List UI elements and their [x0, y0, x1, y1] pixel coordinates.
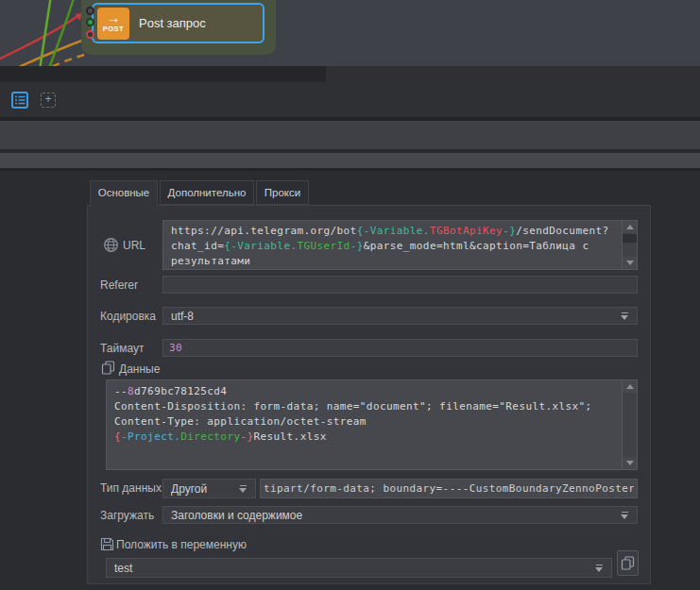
add-action-button[interactable]: +	[41, 93, 56, 108]
data-type-input[interactable]	[260, 479, 638, 498]
copy-pages-icon	[101, 361, 115, 375]
tab-basic[interactable]: Основные	[90, 180, 158, 207]
scroll-up-button[interactable]	[623, 380, 637, 393]
copy-pages-icon	[621, 556, 635, 570]
url-scrollbar[interactable]	[622, 221, 637, 269]
scroll-down-button[interactable]	[623, 457, 637, 469]
encoding-label: Кодировка	[100, 310, 156, 323]
referer-input[interactable]	[162, 276, 638, 294]
url-value: https://api.telegram.org/bot{-Variable.T…	[171, 224, 620, 269]
list-view-button[interactable]	[11, 92, 28, 109]
splitter-band	[0, 153, 700, 168]
data-scrollbar[interactable]	[622, 380, 637, 469]
flow-node-post-request[interactable]: → POST Post запрос	[92, 3, 265, 43]
encoding-select[interactable]: utf-8	[162, 307, 638, 325]
load-mode-select[interactable]: Заголовки и содержимое	[162, 506, 638, 524]
timeout-input[interactable]	[162, 339, 638, 357]
scroll-thumb[interactable]	[623, 234, 637, 243]
tab-proxy[interactable]: Прокси	[256, 180, 309, 205]
node-connector-error[interactable]	[86, 30, 94, 39]
output-variable-label: Положить в переменную	[116, 538, 247, 551]
scroll-down-button[interactable]	[623, 257, 637, 269]
chevron-down-icon	[239, 485, 248, 493]
url-field[interactable]: https://api.telegram.org/bot{-Variable.T…	[162, 220, 638, 270]
chevron-down-icon	[595, 565, 604, 572]
globe-www-icon	[103, 237, 119, 253]
arrow-right-icon: →	[97, 10, 129, 25]
post-badge-icon: → POST	[97, 8, 129, 40]
chevron-down-icon	[621, 512, 629, 519]
referer-label: Referer	[100, 278, 138, 292]
splitter-band	[0, 121, 700, 149]
data-label: Данные	[119, 362, 160, 376]
list-icon	[13, 93, 26, 107]
save-floppy-icon	[100, 537, 114, 551]
node-connector-success[interactable]	[86, 18, 94, 26]
copy-variable-button[interactable]	[617, 550, 639, 576]
chevron-down-icon	[621, 312, 629, 320]
node-connector-input[interactable]	[86, 7, 94, 15]
timeout-label: Таймаут	[100, 342, 144, 355]
tab-advanced[interactable]: Дополнительно	[160, 180, 254, 205]
url-label: URL	[123, 239, 145, 252]
scroll-up-button[interactable]	[623, 221, 637, 233]
plus-icon: +	[44, 93, 51, 106]
data-type-select[interactable]: Другой	[162, 479, 256, 498]
load-mode-label: Загружать	[100, 509, 154, 522]
canvas-tab-strip	[0, 66, 326, 82]
data-field[interactable]: --8d769bc78125cd4Content-Disposition: fo…	[106, 379, 638, 470]
data-type-label: Тип данных	[100, 481, 162, 495]
node-title: Post запрос	[139, 16, 206, 30]
flow-canvas[interactable]: → POST Post запрос	[0, 0, 700, 66]
app-window: → POST Post запрос + Основные Дополнител…	[0, 0, 700, 590]
output-variable-select[interactable]: test	[106, 558, 612, 578]
data-value: --8d769bc78125cd4Content-Disposition: fo…	[114, 384, 620, 445]
